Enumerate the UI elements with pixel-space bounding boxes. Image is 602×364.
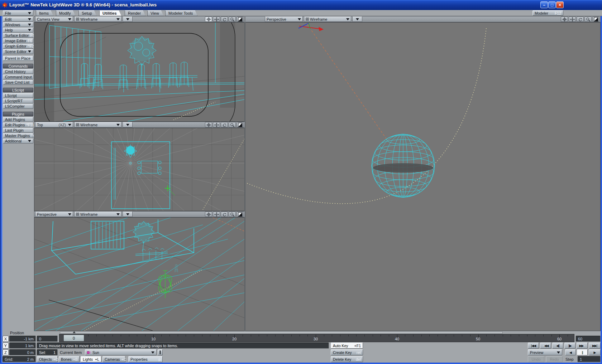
rotate-view-icon[interactable] — [577, 16, 584, 22]
lscript-rt-button[interactable]: LScript/RT — [3, 98, 33, 103]
maximize-view-icon[interactable] — [236, 212, 244, 217]
frame-slider-handle[interactable]: 0 — [63, 335, 84, 341]
render-mode-dropdown[interactable]: Wireframe — [304, 16, 351, 22]
tab-modeler-tools[interactable]: Modeler Tools — [165, 10, 197, 16]
timeline-range-bar[interactable] — [60, 331, 503, 334]
center-view-icon[interactable] — [205, 16, 212, 22]
pan-view-icon[interactable] — [213, 16, 220, 22]
step-field[interactable]: 1 — [578, 356, 601, 362]
save-cmd-list-button[interactable]: Save Cmd List — [3, 80, 33, 85]
view-type-dropdown[interactable]: Top(XZ) — [35, 122, 73, 127]
delete-key-button[interactable]: Delete Keydel — [331, 356, 363, 362]
step-forward-button[interactable]: ||▶ — [564, 343, 575, 349]
zoom-view-icon[interactable] — [229, 122, 236, 127]
auto-key-button[interactable]: Auto Key+F1 — [331, 343, 363, 349]
zoom-view-icon[interactable] — [229, 16, 236, 22]
view-type-dropdown[interactable]: Camera View — [35, 16, 73, 22]
z-axis-button[interactable]: Z — [3, 349, 9, 355]
x-value-field[interactable]: -1 km — [9, 336, 36, 342]
pause-button[interactable]: || — [577, 349, 588, 355]
bones-button[interactable]: Bones+B — [59, 356, 80, 362]
viewport-options-dropdown[interactable] — [123, 212, 133, 217]
image-editor-button[interactable]: Image EditorF6 — [3, 38, 33, 43]
center-view-icon[interactable] — [205, 212, 212, 217]
current-item-dropdown[interactable]: Sun — [85, 349, 157, 355]
objects-button[interactable]: Objects+O — [37, 356, 58, 362]
y-value-field[interactable]: 1 km — [9, 343, 36, 349]
render-mode-dropdown[interactable]: Wireframe — [74, 16, 121, 22]
view-type-dropdown[interactable]: Perspective — [35, 212, 73, 217]
lights-button[interactable]: Lights+L — [81, 356, 101, 362]
pan-view-icon[interactable] — [213, 122, 220, 127]
step-back-button[interactable]: ◀|| — [552, 343, 563, 349]
tab-view[interactable]: View — [147, 10, 164, 16]
x-axis-button[interactable]: X — [3, 336, 9, 342]
sidebar-item-help[interactable]: Help — [3, 28, 33, 33]
properties-button[interactable]: Propertiesp — [128, 356, 163, 362]
camera-viewport-canvas[interactable] — [34, 22, 245, 122]
play-forward-button[interactable]: ▶ — [589, 349, 601, 355]
lscompiler-button[interactable]: LSCompiler — [3, 104, 33, 109]
first-frame-field[interactable]: 0 — [37, 336, 58, 342]
maximize-view-icon[interactable] — [236, 16, 244, 22]
last-plugin-button[interactable]: Last Plugin — [3, 128, 33, 133]
cmd-history-button[interactable]: Cmd History — [3, 69, 33, 74]
maximize-view-icon[interactable] — [236, 122, 244, 127]
rotate-view-icon[interactable] — [221, 212, 228, 217]
timeline-range-marker[interactable] — [73, 331, 76, 333]
edit-plugins-button[interactable]: Edit Plugins*F11 — [3, 122, 33, 127]
cameras-button[interactable]: Cameras+C — [102, 356, 125, 362]
tab-utilities[interactable]: Utilities — [99, 10, 121, 16]
pan-view-icon[interactable] — [569, 16, 576, 22]
sidebar-item-windows[interactable]: Windows — [3, 22, 33, 27]
perspective-viewport-canvas[interactable] — [34, 217, 245, 331]
minimize-button[interactable]: – — [540, 1, 548, 8]
go-start-button[interactable]: |◀◀ — [528, 343, 539, 349]
render-mode-dropdown[interactable]: Wireframe — [74, 122, 121, 127]
tab-setup[interactable]: Setup — [78, 10, 97, 16]
timeline-ruler[interactable]: 0 10 20 30 40 50 60 — [59, 334, 574, 342]
tab-items[interactable]: Items — [36, 10, 53, 16]
rotate-view-icon[interactable] — [221, 16, 228, 22]
y-axis-button[interactable]: Y — [3, 343, 9, 349]
sidebar-item-edit[interactable]: Edit — [3, 17, 33, 22]
file-menu-button[interactable]: File — [3, 10, 33, 16]
redo-button[interactable]: Redo — [546, 356, 563, 362]
lscript-button[interactable]: LScript — [3, 93, 33, 98]
center-view-icon[interactable] — [205, 122, 212, 127]
rotate-view-icon[interactable] — [221, 122, 228, 127]
add-plugins-button[interactable]: Add Plugins — [3, 117, 33, 122]
command-input-button[interactable]: Command Input — [3, 74, 33, 79]
parent-in-place-button[interactable]: Parent in Place — [3, 56, 33, 61]
center-view-icon[interactable] — [561, 16, 568, 22]
preview-dropdown[interactable]: Preview — [528, 349, 562, 355]
maximize-view-icon[interactable] — [592, 16, 599, 22]
render-mode-dropdown[interactable]: Wireframe — [74, 212, 121, 217]
maximize-button[interactable]: □ — [548, 1, 556, 8]
master-plugins-button[interactable]: Master Plugins^Q — [3, 133, 33, 138]
pan-view-icon[interactable] — [213, 212, 220, 217]
main-viewport-canvas[interactable] — [245, 22, 601, 331]
graph-editor-button[interactable]: Graph Editor^F2 — [3, 44, 33, 49]
item-properties-mini-button[interactable] — [158, 349, 163, 355]
prev-key-button[interactable]: +◀◀ — [540, 343, 551, 349]
view-type-dropdown[interactable]: Perspective — [265, 16, 303, 22]
viewport-options-dropdown[interactable] — [123, 122, 133, 127]
modeler-button[interactable]: Modeler F12 — [532, 10, 563, 16]
surface-editor-button[interactable]: Surface EditorF5 — [3, 33, 33, 38]
viewport-options-dropdown[interactable] — [123, 16, 133, 22]
go-end-button[interactable]: ▶▶| — [589, 343, 601, 349]
last-frame-field[interactable]: 60 — [576, 336, 601, 342]
tab-modify[interactable]: Modify — [56, 10, 75, 16]
viewport-options-dropdown[interactable] — [352, 16, 362, 22]
tab-render[interactable]: Render — [125, 10, 145, 16]
zoom-view-icon[interactable] — [584, 16, 592, 22]
zoom-view-icon[interactable] — [229, 212, 236, 217]
undo-button[interactable]: Undo — [528, 356, 544, 362]
scene-editor-button[interactable]: Scene Editor — [3, 49, 33, 54]
z-value-field[interactable]: 0 m — [9, 349, 36, 355]
next-key-button[interactable]: ▶▶+ — [577, 343, 588, 349]
play-reverse-button[interactable]: ◀ — [565, 349, 576, 355]
close-button[interactable]: × — [556, 1, 564, 8]
create-key-button[interactable]: Create Keyret — [331, 349, 363, 355]
